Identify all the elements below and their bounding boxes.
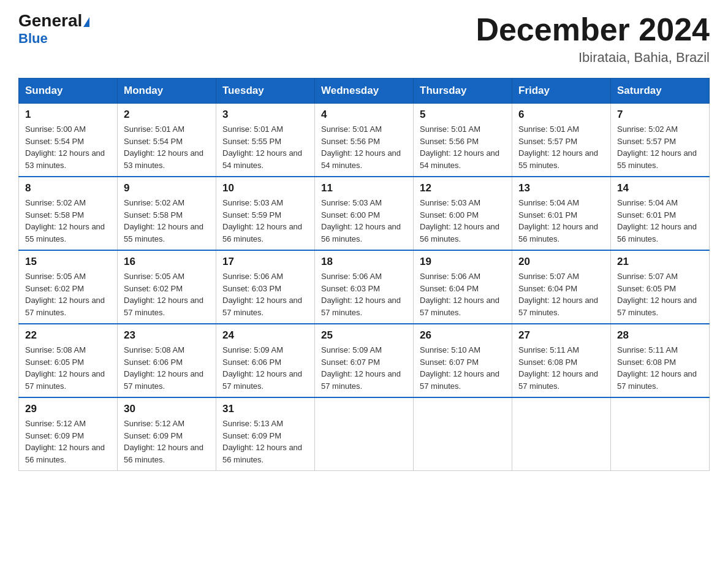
day-info: Sunrise: 5:07 AMSunset: 6:05 PMDaylight:… — [617, 270, 703, 318]
weekday-header-monday: Monday — [118, 79, 216, 104]
day-info: Sunrise: 5:07 AMSunset: 6:04 PMDaylight:… — [518, 270, 604, 318]
calendar-table: SundayMondayTuesdayWednesdayThursdayFrid… — [18, 78, 710, 471]
logo-blue-text: Blue — [18, 31, 48, 47]
day-info: Sunrise: 5:01 AMSunset: 5:54 PMDaylight:… — [124, 123, 210, 171]
calendar-day-cell: 8Sunrise: 5:02 AMSunset: 5:58 PMDaylight… — [19, 177, 118, 250]
day-info: Sunrise: 5:03 AMSunset: 6:00 PMDaylight:… — [321, 197, 407, 245]
day-info: Sunrise: 5:01 AMSunset: 5:57 PMDaylight:… — [518, 123, 604, 171]
day-number: 19 — [420, 256, 506, 268]
calendar-day-cell: 11Sunrise: 5:03 AMSunset: 6:00 PMDayligh… — [315, 177, 414, 250]
day-info: Sunrise: 5:06 AMSunset: 6:04 PMDaylight:… — [420, 270, 506, 318]
day-number: 29 — [25, 403, 111, 415]
calendar-week-row: 29Sunrise: 5:12 AMSunset: 6:09 PMDayligh… — [19, 397, 710, 471]
day-number: 28 — [617, 329, 703, 342]
day-number: 4 — [321, 109, 407, 121]
day-number: 20 — [518, 256, 604, 268]
weekday-header-thursday: Thursday — [414, 79, 512, 104]
day-info: Sunrise: 5:04 AMSunset: 6:01 PMDaylight:… — [617, 197, 703, 245]
day-info: Sunrise: 5:08 AMSunset: 6:06 PMDaylight:… — [124, 344, 210, 392]
calendar-day-cell: 19Sunrise: 5:06 AMSunset: 6:04 PMDayligh… — [414, 250, 512, 324]
calendar-week-row: 1Sunrise: 5:00 AMSunset: 5:54 PMDaylight… — [19, 104, 710, 177]
day-number: 16 — [124, 256, 210, 268]
calendar-day-cell: 9Sunrise: 5:02 AMSunset: 5:58 PMDaylight… — [118, 177, 216, 250]
weekday-header-sunday: Sunday — [19, 79, 118, 104]
weekday-header-tuesday: Tuesday — [216, 79, 315, 104]
calendar-day-cell: 7Sunrise: 5:02 AMSunset: 5:57 PMDaylight… — [611, 104, 710, 177]
day-info: Sunrise: 5:08 AMSunset: 6:05 PMDaylight:… — [25, 344, 111, 392]
day-number: 22 — [25, 329, 111, 342]
day-info: Sunrise: 5:12 AMSunset: 6:09 PMDaylight:… — [25, 418, 111, 465]
calendar-day-cell: 13Sunrise: 5:04 AMSunset: 6:01 PMDayligh… — [512, 177, 611, 250]
calendar-day-cell: 3Sunrise: 5:01 AMSunset: 5:55 PMDaylight… — [216, 104, 315, 177]
logo: General Blue — [18, 12, 89, 47]
day-number: 18 — [321, 256, 407, 268]
day-number: 21 — [617, 256, 703, 268]
day-info: Sunrise: 5:11 AMSunset: 6:08 PMDaylight:… — [518, 344, 604, 392]
day-number: 6 — [518, 109, 604, 121]
logo-general-text: General — [18, 11, 82, 30]
calendar-day-cell: 24Sunrise: 5:09 AMSunset: 6:06 PMDayligh… — [216, 324, 315, 397]
day-number: 26 — [420, 329, 506, 342]
weekday-header-row: SundayMondayTuesdayWednesdayThursdayFrid… — [19, 79, 710, 104]
calendar-day-cell: 6Sunrise: 5:01 AMSunset: 5:57 PMDaylight… — [512, 104, 611, 177]
day-number: 12 — [420, 182, 506, 194]
day-info: Sunrise: 5:10 AMSunset: 6:07 PMDaylight:… — [420, 344, 506, 392]
calendar-day-cell: 5Sunrise: 5:01 AMSunset: 5:56 PMDaylight… — [414, 104, 512, 177]
calendar-day-cell — [512, 397, 611, 471]
weekday-header-saturday: Saturday — [611, 79, 710, 104]
calendar-day-cell: 1Sunrise: 5:00 AMSunset: 5:54 PMDaylight… — [19, 104, 118, 177]
calendar-day-cell: 23Sunrise: 5:08 AMSunset: 6:06 PMDayligh… — [118, 324, 216, 397]
day-number: 24 — [222, 329, 308, 342]
day-number: 15 — [25, 256, 111, 268]
calendar-week-row: 22Sunrise: 5:08 AMSunset: 6:05 PMDayligh… — [19, 324, 710, 397]
day-info: Sunrise: 5:01 AMSunset: 5:56 PMDaylight:… — [420, 123, 506, 171]
day-info: Sunrise: 5:13 AMSunset: 6:09 PMDaylight:… — [222, 418, 308, 465]
calendar-day-cell: 15Sunrise: 5:05 AMSunset: 6:02 PMDayligh… — [19, 250, 118, 324]
day-info: Sunrise: 5:01 AMSunset: 5:56 PMDaylight:… — [321, 123, 407, 171]
calendar-day-cell: 26Sunrise: 5:10 AMSunset: 6:07 PMDayligh… — [414, 324, 512, 397]
calendar-day-cell: 28Sunrise: 5:11 AMSunset: 6:08 PMDayligh… — [611, 324, 710, 397]
calendar-day-cell — [315, 397, 414, 471]
month-title: December 2024 — [476, 12, 710, 47]
calendar-week-row: 8Sunrise: 5:02 AMSunset: 5:58 PMDaylight… — [19, 177, 710, 250]
day-number: 30 — [124, 403, 210, 415]
day-number: 14 — [617, 182, 703, 194]
day-number: 27 — [518, 329, 604, 342]
page-header: General Blue December 2024 Ibirataia, Ba… — [18, 12, 710, 66]
calendar-day-cell: 12Sunrise: 5:03 AMSunset: 6:00 PMDayligh… — [414, 177, 512, 250]
day-number: 10 — [222, 182, 308, 194]
day-number: 9 — [124, 182, 210, 194]
day-info: Sunrise: 5:02 AMSunset: 5:57 PMDaylight:… — [617, 123, 703, 171]
calendar-day-cell: 10Sunrise: 5:03 AMSunset: 5:59 PMDayligh… — [216, 177, 315, 250]
day-info: Sunrise: 5:02 AMSunset: 5:58 PMDaylight:… — [124, 197, 210, 245]
weekday-header-friday: Friday — [512, 79, 611, 104]
calendar-day-cell: 29Sunrise: 5:12 AMSunset: 6:09 PMDayligh… — [19, 397, 118, 471]
day-info: Sunrise: 5:01 AMSunset: 5:55 PMDaylight:… — [222, 123, 308, 171]
logo-triangle-icon — [83, 17, 89, 27]
day-number: 3 — [222, 109, 308, 121]
calendar-day-cell: 17Sunrise: 5:06 AMSunset: 6:03 PMDayligh… — [216, 250, 315, 324]
day-info: Sunrise: 5:02 AMSunset: 5:58 PMDaylight:… — [25, 197, 111, 245]
day-number: 7 — [617, 109, 703, 121]
calendar-day-cell: 14Sunrise: 5:04 AMSunset: 6:01 PMDayligh… — [611, 177, 710, 250]
calendar-day-cell: 25Sunrise: 5:09 AMSunset: 6:07 PMDayligh… — [315, 324, 414, 397]
day-number: 8 — [25, 182, 111, 194]
day-info: Sunrise: 5:00 AMSunset: 5:54 PMDaylight:… — [25, 123, 111, 171]
calendar-day-cell: 27Sunrise: 5:11 AMSunset: 6:08 PMDayligh… — [512, 324, 611, 397]
day-info: Sunrise: 5:04 AMSunset: 6:01 PMDaylight:… — [518, 197, 604, 245]
day-info: Sunrise: 5:12 AMSunset: 6:09 PMDaylight:… — [124, 418, 210, 465]
day-info: Sunrise: 5:09 AMSunset: 6:06 PMDaylight:… — [222, 344, 308, 392]
calendar-day-cell: 2Sunrise: 5:01 AMSunset: 5:54 PMDaylight… — [118, 104, 216, 177]
day-number: 11 — [321, 182, 407, 194]
day-info: Sunrise: 5:09 AMSunset: 6:07 PMDaylight:… — [321, 344, 407, 392]
day-number: 13 — [518, 182, 604, 194]
day-info: Sunrise: 5:03 AMSunset: 6:00 PMDaylight:… — [420, 197, 506, 245]
location-subtitle: Ibirataia, Bahia, Brazil — [476, 50, 710, 66]
calendar-day-cell: 30Sunrise: 5:12 AMSunset: 6:09 PMDayligh… — [118, 397, 216, 471]
calendar-day-cell: 22Sunrise: 5:08 AMSunset: 6:05 PMDayligh… — [19, 324, 118, 397]
calendar-day-cell: 18Sunrise: 5:06 AMSunset: 6:03 PMDayligh… — [315, 250, 414, 324]
day-number: 31 — [222, 403, 308, 415]
calendar-day-cell: 21Sunrise: 5:07 AMSunset: 6:05 PMDayligh… — [611, 250, 710, 324]
day-number: 5 — [420, 109, 506, 121]
day-info: Sunrise: 5:05 AMSunset: 6:02 PMDaylight:… — [25, 270, 111, 318]
